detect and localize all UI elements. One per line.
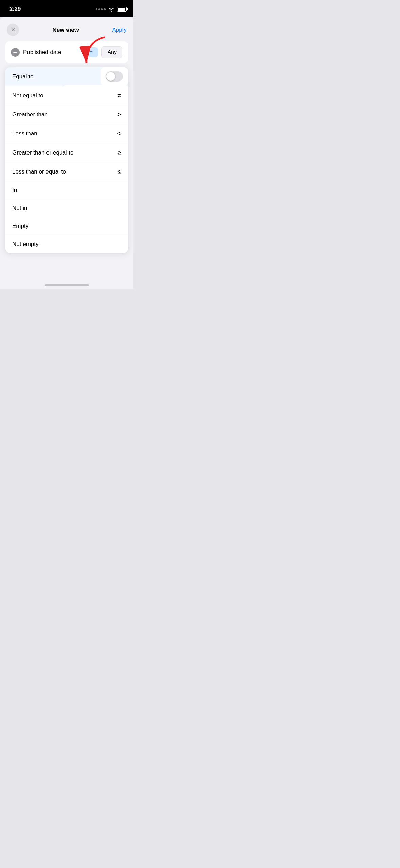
dropdown-label-empty: Empty	[12, 223, 28, 230]
dropdown-item-gte[interactable]: Greater than or equal to ≥	[5, 143, 128, 162]
signal-icon	[96, 8, 106, 10]
apply-button[interactable]: Apply	[112, 25, 127, 35]
battery-icon	[117, 7, 127, 12]
status-bar: 2:29	[0, 0, 133, 17]
close-button[interactable]: ✕	[7, 24, 19, 36]
remove-filter-button[interactable]	[11, 48, 20, 57]
minus-icon	[13, 52, 17, 53]
filter-operator-button[interactable]: =	[84, 47, 98, 57]
dropdown-label-gte: Greater than or equal to	[12, 149, 74, 156]
main-sheet: ✕ New view Apply Published date = Any	[0, 17, 133, 289]
dropdown-label-greater-than: Greather than	[12, 111, 48, 118]
dropdown-item-lte[interactable]: Less than or equal to ≤	[5, 162, 128, 181]
value-input-field[interactable]	[63, 85, 128, 94]
status-icons	[96, 7, 127, 12]
dropdown-symbol-gte: ≥	[117, 149, 121, 157]
dropdown-label-lte: Less than or equal to	[12, 168, 66, 175]
dropdown-label-in: In	[12, 187, 17, 194]
toggle-switch[interactable]	[106, 71, 123, 82]
dropdown-label-not-empty: Not empty	[12, 241, 38, 248]
close-icon: ✕	[11, 27, 15, 33]
nav-header: ✕ New view Apply	[0, 17, 133, 41]
operator-dropdown: Equal to = Not equal to ≠ Greather than …	[5, 67, 128, 253]
dropdown-symbol-less-than: <	[117, 130, 121, 138]
toggle-container	[101, 67, 128, 86]
dropdown-item-not-empty[interactable]: Not empty	[5, 235, 128, 253]
dropdown-item-not-in[interactable]: Not in	[5, 199, 128, 217]
dropdown-item-empty[interactable]: Empty	[5, 217, 128, 235]
dropdown-item-greater-than[interactable]: Greather than >	[5, 105, 128, 124]
wifi-icon	[108, 7, 114, 12]
dropdown-label-equal-to: Equal to	[12, 73, 33, 80]
dropdown-label-less-than: Less than	[12, 130, 37, 137]
home-indicator	[45, 284, 89, 286]
filter-value-label: Any	[107, 49, 117, 55]
dropdown-item-in[interactable]: In	[5, 181, 128, 199]
dropdown-symbol-lte: ≤	[117, 168, 121, 176]
dropdown-label-not-equal-to: Not equal to	[12, 92, 43, 99]
dropdown-item-less-than[interactable]: Less than <	[5, 124, 128, 143]
page-title: New view	[52, 26, 79, 34]
status-time: 2:29	[9, 6, 21, 13]
toggle-knob	[106, 72, 115, 81]
filter-value-button[interactable]: Any	[101, 46, 122, 58]
filter-row: Published date = Any	[5, 41, 128, 63]
filter-field-label: Published date	[23, 49, 80, 56]
operator-symbol: =	[90, 49, 93, 55]
dropdown-label-not-in: Not in	[12, 205, 27, 212]
filter-row-container: Published date = Any	[0, 41, 133, 66]
dropdown-symbol-greater-than: >	[117, 111, 121, 119]
